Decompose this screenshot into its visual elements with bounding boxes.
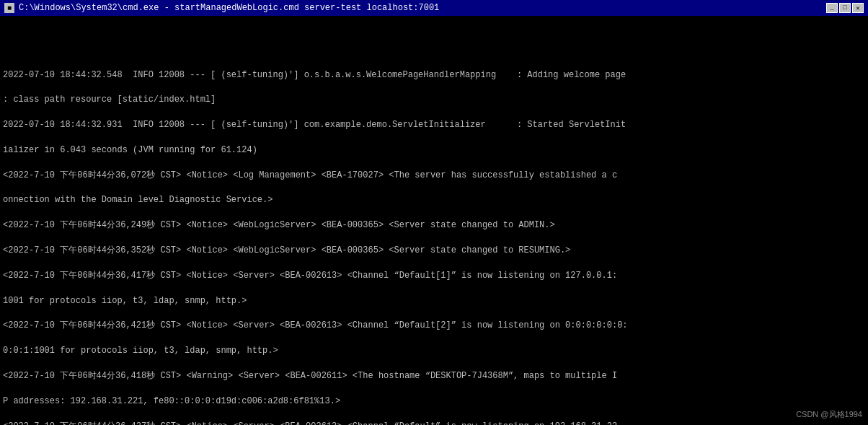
window-title: C:\Windows\System32\cmd.exe - startManag…	[19, 3, 439, 13]
console-line: 2022-07-10 18:44:32.548 INFO 12008 --- […	[3, 69, 865, 82]
cmd-window: ■ C:\Windows\System32\cmd.exe - startMan…	[0, 0, 868, 425]
maximize-button[interactable]: □	[839, 3, 851, 13]
console-line: <2022-7-10 下午06时44分36,072秒 CST> <Notice>…	[3, 170, 865, 182]
console-line: P addresses: 192.168.31.221, fe80::0:0:0…	[3, 395, 865, 408]
title-bar-buttons: _ □ ✕	[826, 3, 864, 13]
console-line: <2022-7-10 下午06时44分36,421秒 CST> <Notice>…	[3, 320, 865, 332]
console-line: <2022-7-10 下午06时44分36,249秒 CST> <Notice>…	[3, 219, 865, 232]
console-content: 2022-07-10 18:44:32.548 INFO 12008 --- […	[3, 44, 865, 425]
close-button[interactable]: ✕	[852, 3, 864, 13]
console-line: onnection with the Domain level Diagnost…	[3, 194, 865, 206]
title-bar: ■ C:\Windows\System32\cmd.exe - startMan…	[0, 0, 868, 16]
console-line: <2022-7-10 下午06时44分36,417秒 CST> <Notice>…	[3, 270, 865, 282]
console-line: <2022-7-10 下午06时44分36,352秒 CST> <Notice>…	[3, 245, 865, 257]
console-output: 2022-07-10 18:44:32.548 INFO 12008 --- […	[0, 16, 868, 425]
minimize-button[interactable]: _	[826, 3, 838, 13]
watermark: CSDN @风格1994	[796, 409, 862, 421]
title-bar-left: ■ C:\Windows\System32\cmd.exe - startMan…	[4, 3, 439, 13]
console-line: 2022-07-10 18:44:32.931 INFO 12008 --- […	[3, 119, 865, 131]
console-line: <2022-7-10 下午06时44分36,427秒 CST> <Notice>…	[3, 421, 865, 426]
console-line: 1001 for protocols iiop, t3, ldap, snmp,…	[3, 295, 865, 307]
console-line: : class path resource [static/index.html…	[3, 94, 865, 106]
console-line: <2022-7-10 下午06时44分36,418秒 CST> <Warning…	[3, 370, 865, 382]
console-line: 0:0:1:1001 for protocols iiop, t3, ldap,…	[3, 345, 865, 357]
cmd-icon: ■	[4, 3, 14, 13]
console-line: ializer in 6.043 seconds (JVM running fo…	[3, 144, 865, 157]
